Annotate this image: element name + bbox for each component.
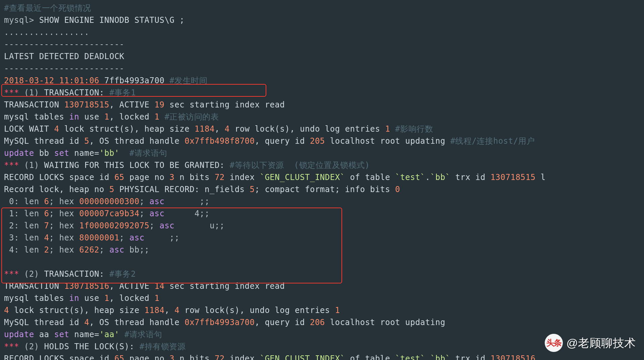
lbl: HOLDS THE LOCK(S): <box>39 342 140 351</box>
txt: aa <box>34 330 54 339</box>
txt: TRANSACTION <box>4 100 64 109</box>
txt: u;; <box>174 221 225 230</box>
txt: use <box>79 294 104 303</box>
txt: Record lock, heap no <box>4 185 109 194</box>
txt: 2: len <box>4 221 44 230</box>
note: #持有锁资源 <box>140 342 185 351</box>
txt: ; hex <box>49 245 79 255</box>
txt: , query id <box>255 318 310 327</box>
tbl: `test` <box>395 354 425 360</box>
txt: , OS thread handle <box>89 318 184 327</box>
note: #事务1 <box>109 88 136 97</box>
txt: sec starting index read <box>164 100 285 109</box>
sql-cmd: SHOW ENGINE INNODB STATUS\G ; <box>34 15 184 25</box>
txt: index <box>225 173 260 182</box>
txt: 3: len <box>4 233 44 242</box>
dash: ------------------------ <box>4 40 124 49</box>
num: 4 <box>44 233 49 242</box>
kw-set: set <box>54 330 69 339</box>
txt: RECORD LOCKS space id <box>4 354 114 360</box>
note: #正被访问的表 <box>159 112 219 122</box>
txt: RECORD LOCKS space id <box>4 173 114 182</box>
lbl: TRANSACTION: <box>39 269 109 279</box>
num: 3 <box>169 173 174 182</box>
num: (2) <box>24 342 39 351</box>
num: 4 <box>84 318 89 327</box>
txt: ; hex <box>49 221 79 230</box>
dots: ................. <box>4 28 89 37</box>
txt: ; <box>150 221 160 230</box>
num: 1 <box>385 124 390 134</box>
txt: bb <box>34 148 54 158</box>
num: 1 <box>104 294 109 303</box>
txt: ; <box>140 209 150 218</box>
txt: use <box>79 112 104 122</box>
hex: 7ffb4993a700 <box>104 76 164 85</box>
kw-update: update <box>4 330 34 339</box>
num: 0 <box>395 185 400 194</box>
note: #请求语句 <box>119 330 162 339</box>
num: 6 <box>44 197 49 206</box>
txt: name= <box>69 330 99 339</box>
hex: 000000000300 <box>79 197 139 206</box>
tbl2: `bb` <box>430 354 450 360</box>
txt: , ACTIVE <box>109 100 155 109</box>
hex: 0x7ffb498f8700 <box>184 136 255 146</box>
stars: *** <box>4 161 24 170</box>
txt: name= <box>69 148 99 158</box>
txt: ; <box>99 245 109 255</box>
asc: asc <box>150 197 165 206</box>
num: 72 <box>215 173 225 182</box>
tbl2: `bb` <box>430 173 450 182</box>
deadlock-header: LATEST DETECTED DEADLOCK <box>4 52 124 61</box>
dot: . <box>425 173 430 182</box>
txt: n bits <box>174 173 215 182</box>
txt: row lock(s), undo log entries <box>179 306 335 315</box>
note: #等待以下资源 (锁定位置及锁模式) <box>230 161 370 170</box>
num: 3 <box>169 354 174 360</box>
dot: . <box>425 354 430 360</box>
txt: , locked <box>109 294 155 303</box>
stars: *** <box>4 342 24 351</box>
comment: #查看最近一个死锁情况 <box>4 3 91 13</box>
prompt: mysql> <box>4 15 34 25</box>
txt: of table <box>345 354 395 360</box>
asc: asc <box>109 245 124 255</box>
num: 7 <box>44 221 49 230</box>
txt: ; compact format; info bits <box>255 185 395 194</box>
txt: ; <box>140 197 150 206</box>
hex: 1f000002092075 <box>79 221 149 230</box>
txt: ; hex <box>49 197 79 206</box>
str: 'aa' <box>99 330 119 339</box>
num: 4 <box>174 306 179 315</box>
num: 1184 <box>195 124 215 134</box>
txt: ; hex <box>49 233 79 242</box>
num: 4 <box>54 124 59 134</box>
txt: page no <box>124 354 170 360</box>
txt: lock struct(s), heap size <box>9 306 145 315</box>
sec: 14 <box>154 281 164 291</box>
num: 205 <box>310 136 325 146</box>
num: 2 <box>44 245 49 255</box>
txt: TRANSACTION <box>4 281 64 291</box>
num: 5 <box>109 185 114 194</box>
time: 11:01:06 <box>59 76 99 85</box>
txt: ; hex <box>49 209 79 218</box>
txt: , ACTIVE <box>109 281 155 291</box>
txt: page no <box>124 173 170 182</box>
txt: 4: len <box>4 245 44 255</box>
txt: row lock(s), undo log entries <box>230 124 385 134</box>
sec: 19 <box>154 100 164 109</box>
lbl: WAITING FOR THIS LOCK TO BE GRANTED: <box>39 161 230 170</box>
num: (1) <box>24 88 39 97</box>
num: 65 <box>114 173 124 182</box>
txt: lock struct(s), heap size <box>59 124 195 134</box>
idx: `GEN_CLUST_INDEX` <box>260 173 345 182</box>
txt: trx id <box>450 354 491 360</box>
txt: LOCK WAIT <box>4 124 54 134</box>
txt: l <box>536 173 546 182</box>
note: #影响行数 <box>390 124 433 134</box>
kw-set: set <box>54 148 69 158</box>
stars: *** <box>4 88 24 97</box>
hex: 000007ca9b34 <box>79 209 139 218</box>
